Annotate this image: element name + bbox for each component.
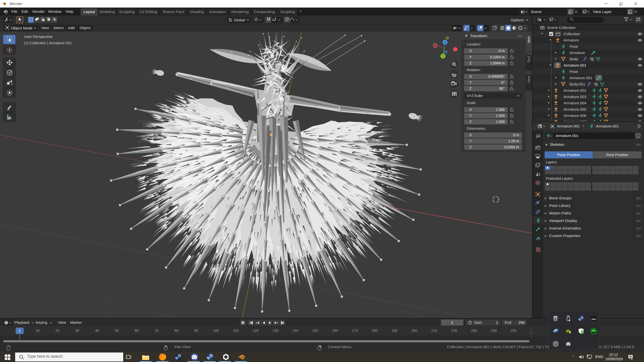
svg-text:Z: Z	[444, 41, 446, 44]
svg-text:X: X	[434, 44, 436, 48]
svg-text:SSD: SSD	[591, 318, 596, 321]
svg-text:Y: Y	[442, 55, 444, 58]
